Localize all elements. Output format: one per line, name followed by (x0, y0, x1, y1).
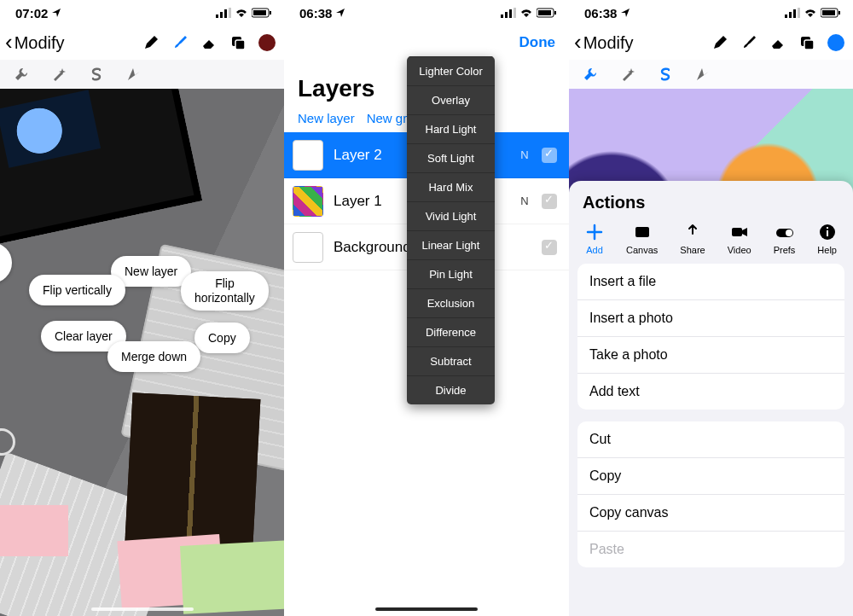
eraser-icon[interactable] (200, 34, 218, 51)
brush-icon[interactable] (740, 34, 757, 51)
blend-option[interactable]: Linear Light (407, 230, 495, 259)
wand-icon[interactable] (51, 67, 67, 82)
arrow-move-icon[interactable] (126, 67, 142, 82)
svg-rect-12 (253, 10, 266, 15)
home-indicator (375, 607, 478, 611)
info-icon (818, 223, 837, 241)
layer-thumb-icon (293, 140, 323, 171)
status-bar: 06:38 (284, 0, 569, 26)
home-indicator (91, 607, 194, 611)
segment-label: Add (586, 245, 603, 255)
segment-label: Share (680, 245, 705, 255)
status-bar: 06:38 (569, 0, 853, 26)
share-icon (683, 223, 702, 241)
blend-option[interactable]: Difference (407, 317, 495, 346)
list-item[interactable]: Take a photo (577, 336, 844, 373)
arrow-move-icon[interactable] (695, 67, 711, 82)
blend-option[interactable]: Vivid Light (407, 201, 495, 230)
eraser-icon[interactable] (769, 34, 786, 51)
list-item[interactable]: Insert a photo (577, 299, 844, 336)
back-icon[interactable]: ‹ (574, 31, 582, 53)
segment-add[interactable]: Add (585, 223, 604, 255)
back-icon[interactable]: ‹ (5, 31, 13, 53)
wifi-icon (804, 8, 817, 18)
svg-rect-32 (635, 227, 649, 237)
svg-rect-10 (229, 8, 231, 18)
wrench-icon[interactable] (583, 67, 598, 82)
visibility-checkbox[interactable] (542, 148, 557, 163)
svg-rect-22 (554, 11, 556, 15)
actions-list-clipboard: Cut Copy Copy canvas Paste (577, 421, 844, 567)
segment-label: Help (817, 245, 837, 255)
segment-prefs[interactable]: Prefs (774, 223, 796, 255)
wand-icon[interactable] (620, 67, 635, 82)
page-title[interactable]: Modify (15, 33, 65, 53)
s-select-icon[interactable] (658, 67, 673, 82)
wifi-icon (235, 8, 248, 18)
list-item[interactable]: Insert a file (577, 264, 844, 299)
done-button[interactable]: Done (519, 34, 556, 51)
list-item[interactable]: Cut (577, 421, 844, 457)
svg-rect-15 (235, 40, 245, 49)
blend-option[interactable]: Soft Light (407, 143, 495, 172)
svg-rect-24 (789, 12, 792, 18)
svg-rect-17 (505, 12, 508, 18)
clock: 06:38 (299, 6, 332, 20)
blend-option[interactable]: Lighter Color (407, 56, 495, 85)
blend-mode-letter[interactable]: N (518, 148, 531, 161)
color-swatch[interactable] (827, 34, 844, 51)
segment-share[interactable]: Share (680, 223, 705, 255)
location-icon (335, 8, 345, 18)
blend-option[interactable]: Hard Light (407, 114, 495, 143)
blend-option[interactable]: Divide (407, 375, 495, 404)
layers-icon[interactable] (229, 34, 247, 51)
nav-bar: ‹ Modify (569, 26, 853, 60)
segment-video[interactable]: Video (728, 223, 751, 255)
bubble-copy[interactable]: Copy (194, 323, 250, 353)
segment-canvas[interactable]: Canvas (626, 223, 658, 255)
battery-icon (252, 8, 272, 18)
bubble-flip-vertically[interactable]: Flip vertically (29, 275, 125, 305)
svg-rect-16 (501, 15, 503, 18)
bubble-flip-horizontally[interactable]: Fliphorizontally (181, 271, 269, 311)
bubble-label: Fliphorizontally (194, 276, 255, 305)
color-swatch[interactable] (258, 34, 276, 51)
sheet-title: Actions (569, 181, 853, 219)
s-select-icon[interactable] (89, 67, 104, 82)
ring-handle[interactable] (0, 428, 15, 456)
page-title[interactable]: Modify (583, 33, 634, 53)
svg-rect-38 (827, 227, 828, 229)
brush-icon[interactable] (171, 34, 189, 51)
phone-left: 07:02 07:02 ‹ Modify (0, 0, 284, 616)
blend-option[interactable]: Overlay (407, 85, 495, 114)
segment-help[interactable]: Help (817, 223, 837, 255)
blend-mode-letter[interactable]: N (518, 195, 531, 207)
pencil-icon[interactable] (142, 34, 160, 51)
phone-middle: 06:38 Done Layers New layer New group La… (284, 0, 569, 616)
side-handle[interactable] (0, 242, 12, 283)
svg-rect-33 (732, 228, 742, 236)
bubble-label: Merge down (121, 350, 187, 363)
blend-option[interactable]: Exclusion (407, 288, 495, 317)
pencil-icon[interactable] (711, 34, 728, 51)
blend-option[interactable]: Pin Light (407, 259, 495, 288)
blend-option[interactable]: Hard Mix (407, 172, 495, 201)
list-item[interactable]: Add text (577, 373, 844, 410)
bubble-merge-down[interactable]: Merge down (107, 341, 200, 372)
phone-right: 06:38 ‹ Modify Actions (569, 0, 853, 616)
visibility-checkbox[interactable] (542, 194, 557, 209)
nav-bar: ‹ Modify (0, 26, 284, 60)
cellular-icon (216, 8, 231, 18)
list-item[interactable]: Copy canvas (577, 494, 844, 531)
video-icon (730, 223, 749, 241)
blend-option[interactable]: Subtract (407, 346, 495, 375)
actions-sheet: Actions Add Canvas Share Video Prefs (569, 181, 853, 616)
layer-thumb-icon (293, 186, 323, 217)
svg-rect-8 (220, 12, 223, 18)
wrench-icon[interactable] (14, 67, 29, 82)
layers-icon[interactable] (798, 34, 815, 51)
new-layer-link[interactable]: New layer (298, 111, 355, 125)
segment-label: Canvas (626, 245, 658, 255)
visibility-checkbox[interactable] (542, 240, 557, 255)
list-item[interactable]: Copy (577, 457, 844, 494)
